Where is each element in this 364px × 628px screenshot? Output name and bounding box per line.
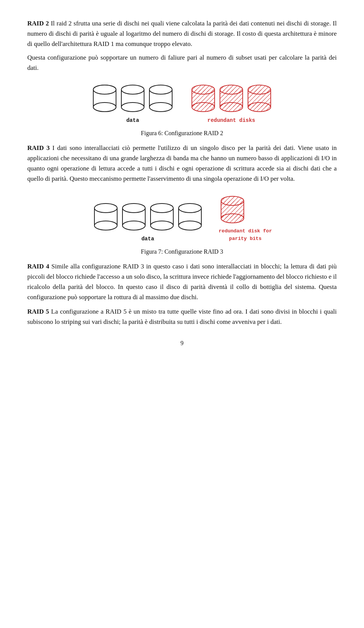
r3-data-disk-3 xyxy=(148,202,176,232)
svg-point-11 xyxy=(121,103,144,112)
raid5-para1: RAID 5 La configurazione a RAID 5 è un m… xyxy=(27,306,337,327)
data-disk-3 xyxy=(147,84,174,114)
svg-point-7 xyxy=(93,103,116,112)
figure7-data-group: data xyxy=(92,202,204,243)
svg-point-48 xyxy=(151,221,173,230)
figure7-data-label: data xyxy=(141,235,154,243)
svg-point-8 xyxy=(121,85,144,94)
svg-point-45 xyxy=(151,204,173,213)
figure7-redundant-disks xyxy=(219,195,246,225)
redundant-disk-1 xyxy=(190,84,217,114)
redundant-disk-2 xyxy=(218,84,245,114)
raid2-term: RAID 2 xyxy=(27,20,49,27)
svg-point-37 xyxy=(94,204,117,213)
raid3-para1: RAID 3 I dati sono interallacciati ciò p… xyxy=(27,143,337,184)
figure6-data-label: data xyxy=(126,116,139,125)
figure7-data-disks xyxy=(92,202,204,232)
svg-point-41 xyxy=(122,204,145,213)
figure6-disks-area: data xyxy=(91,84,273,125)
svg-point-49 xyxy=(179,204,201,213)
figure6-data-group: data xyxy=(91,84,174,125)
page-number: 9 xyxy=(27,338,337,348)
data-disk-2 xyxy=(119,84,146,114)
svg-point-12 xyxy=(149,85,172,94)
raid2-text2: Questa configurazione può sopportare un … xyxy=(27,54,337,71)
raid4-text1: Simile alla configurazione RAID 3 in que… xyxy=(27,263,337,301)
svg-point-44 xyxy=(122,221,145,230)
raid3-section: RAID 3 I dati sono interallacciati ciò p… xyxy=(27,143,337,184)
figure7-redundant-label: redundant disk for parity bits xyxy=(219,227,272,243)
figure7-container: data xyxy=(27,195,337,257)
svg-point-40 xyxy=(94,221,117,230)
svg-point-56 xyxy=(221,196,244,205)
svg-point-19 xyxy=(192,85,215,94)
raid3-text1: I dati sono interallacciati ciò permette… xyxy=(27,144,337,183)
raid5-text1: La configurazione a RAID 5 è un misto tr… xyxy=(27,308,337,325)
svg-point-22 xyxy=(192,103,215,112)
svg-point-33 xyxy=(248,85,271,94)
raid5-section: RAID 5 La configurazione a RAID 5 è un m… xyxy=(27,306,337,327)
figure6-redundant-label: redundant disks xyxy=(207,116,255,125)
raid2-para1: RAID 2 Il raid 2 sfrutta una serie di di… xyxy=(27,18,337,49)
r3-data-disk-4 xyxy=(176,202,204,232)
svg-point-4 xyxy=(93,85,116,94)
figure6-container: data xyxy=(27,84,337,138)
figure7-caption: Figura 7: Configurazione RAID 3 xyxy=(141,247,223,257)
data-disk-1 xyxy=(91,84,118,114)
raid2-text1: Il raid 2 sfrutta una serie di dischi ne… xyxy=(27,20,337,47)
svg-point-36 xyxy=(248,103,271,112)
svg-point-59 xyxy=(221,214,244,223)
raid2-section: RAID 2 Il raid 2 sfrutta una serie di di… xyxy=(27,18,337,73)
raid4-section: RAID 4 Simile alla configurazione RAID 3… xyxy=(27,261,337,303)
raid3-term: RAID 3 xyxy=(27,144,50,151)
r3-data-disk-1 xyxy=(92,202,119,232)
raid4-term: RAID 4 xyxy=(27,263,49,270)
svg-point-15 xyxy=(149,103,172,112)
figure6-caption: Figura 6: Configurazione RAID 2 xyxy=(141,128,223,138)
figure7-redundant-group: redundant disk for parity bits xyxy=(219,195,272,243)
raid5-term: RAID 5 xyxy=(27,308,49,315)
raid4-para1: RAID 4 Simile alla configurazione RAID 3… xyxy=(27,261,337,303)
svg-point-29 xyxy=(220,103,243,112)
raid2-para2: Questa configurazione può sopportare un … xyxy=(27,52,337,73)
svg-point-52 xyxy=(179,221,201,230)
figure6-redundant-group: redundant disks xyxy=(190,84,273,125)
svg-point-26 xyxy=(220,85,243,94)
figure6-data-disks xyxy=(91,84,174,114)
r3-redundant-disk xyxy=(219,195,246,225)
redundant-disk-3 xyxy=(246,84,273,114)
figure7-disks-area: data xyxy=(92,195,272,243)
r3-data-disk-2 xyxy=(120,202,147,232)
figure6-redundant-disks xyxy=(190,84,273,114)
